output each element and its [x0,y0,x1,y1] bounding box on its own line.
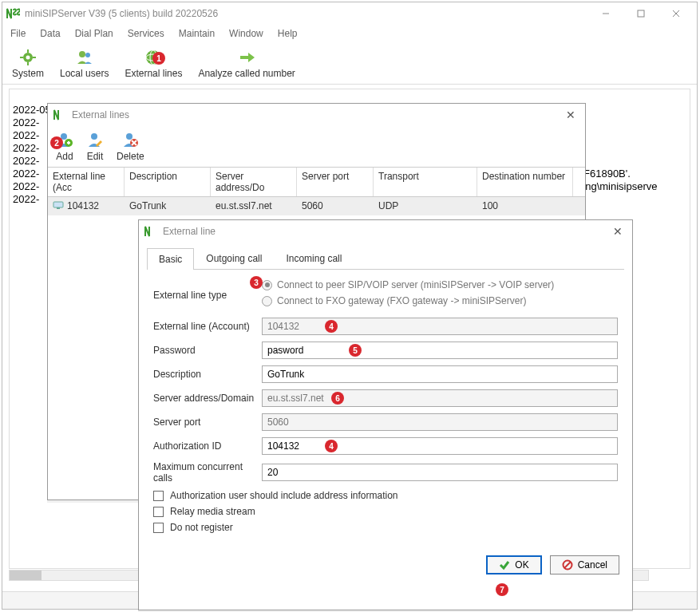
svg-point-5 [26,56,30,60]
password-field[interactable] [262,342,618,359]
row-description: GoTrunk [125,197,211,215]
col-transport[interactable]: Transport [374,168,477,196]
toolbar-system-label: System [12,68,44,79]
cb-noreg-label: Do not register [170,522,233,533]
svg-point-11 [85,53,90,57]
svg-point-17 [91,133,97,140]
menu-dial-plan[interactable]: Dial Plan [75,28,113,39]
svg-rect-8 [20,57,23,58]
row-server: eu.st.ssl7.net [211,197,297,215]
label-authid: Authorization ID [153,440,262,452]
line-icon [53,200,64,212]
menu-window[interactable]: Window [229,28,263,39]
toolbar-analyze[interactable]: Analyze called number [193,44,299,82]
edit-button[interactable]: Edit [83,129,107,164]
delete-label: Delete [117,151,144,162]
tab-outgoing[interactable]: Outgoing call [194,247,274,269]
radio-fxo-label: Connect to FXO gateway (FXO gateway -> m… [277,295,526,306]
console-line: 2022- [13,116,39,128]
row-dest: 100 [477,197,573,215]
table-row[interactable]: 104132 GoTrunk eu.st.ssl7.net 5060 UDP 1… [48,197,585,215]
console-line: 2022- [13,129,39,141]
cb-auth-addr-label: Authorization user should include addres… [170,490,398,501]
menu-file[interactable]: File [10,28,26,39]
cancel-button[interactable]: Cancel [550,555,619,574]
tab-basic[interactable]: Basic [147,248,194,270]
svg-rect-1 [638,10,644,17]
app-logo-icon [6,7,20,20]
label-port: Server port [153,417,262,428]
maxcc-field[interactable] [262,464,618,481]
no-icon [562,559,573,571]
row-account: 104132 [67,200,99,212]
scrollbar-thumb[interactable] [10,571,42,580]
menu-maintain[interactable]: Maintain [179,28,215,39]
description-field[interactable] [262,365,618,383]
users-icon [74,47,95,68]
tabs: Basic Outgoing call Incoming call [147,247,624,270]
label-password: Password [153,345,262,356]
ok-label: OK [515,559,528,571]
toolbar-external-lines[interactable]: External lines [120,44,187,82]
checkbox-icon [153,507,164,517]
authid-field[interactable] [262,437,618,455]
col-dest[interactable]: Destination number [477,168,573,196]
external-line-titlebar: External line ✕ [139,220,632,243]
main-titlebar: miniSIPServer V39 (5 clients) build 2022… [2,2,697,25]
svg-rect-9 [33,57,36,58]
svg-rect-7 [27,62,29,65]
cb-noreg[interactable]: Do not register [153,522,618,533]
check-icon [499,559,510,571]
delete-user-icon [121,131,139,151]
dialog-buttons: OK Cancel [139,547,632,582]
close-icon[interactable]: ✕ [561,105,580,124]
edit-user-icon [86,131,104,151]
label-maxcc: Maximum concurrent calls [153,461,262,484]
external-lines-titlebar: External lines ✕ [48,104,585,126]
account-field[interactable] [262,318,618,335]
minimize-button[interactable] [588,2,623,25]
close-button[interactable] [658,2,694,25]
add-label: Add [56,151,73,162]
toolbar-local-users[interactable]: Local users [55,44,113,82]
cb-relay-label: Relay media stream [170,506,255,517]
server-field[interactable] [262,389,618,407]
toolbar-analyze-label: Analyze called number [198,68,295,79]
console-line: 2022- [13,168,39,180]
app-logo-icon [144,226,158,237]
toolbar-system[interactable]: System [7,44,49,82]
port-field[interactable] [262,413,618,431]
tab-incoming[interactable]: Incoming call [274,247,354,269]
col-account[interactable]: External line (Acc [48,168,125,196]
menu-help[interactable]: Help [278,28,298,39]
radio-fxo[interactable]: Connect to FXO gateway (FXO gateway -> m… [262,295,618,306]
menu-services[interactable]: Services [128,28,164,39]
cancel-label: Cancel [578,559,607,571]
col-port[interactable]: Server port [297,168,374,196]
svg-rect-21 [57,207,60,209]
external-lines-title: External lines [72,109,561,120]
col-server[interactable]: Server address/Do [211,168,297,196]
annotation-badge: 7 [496,583,508,596]
delete-button[interactable]: Delete [113,129,148,164]
grid-header: External line (Acc Description Server ad… [48,168,585,197]
radio-voip[interactable]: Connect to peer SIP/VOIP server (miniSIP… [262,279,618,290]
external-lines-toolbar: Add Edit Delete [48,126,585,167]
maximize-button[interactable] [623,2,658,25]
ok-button[interactable]: OK [486,555,541,574]
checkbox-icon [153,523,164,533]
console-line: 2022- [13,142,39,154]
menu-data[interactable]: Data [40,28,60,39]
row-transport: UDP [374,197,477,215]
label-description: Description [153,369,262,380]
svg-rect-20 [53,202,63,207]
close-icon[interactable]: ✕ [608,222,627,241]
main-title: miniSIPServer V39 (5 clients) build 2022… [25,8,588,19]
menubar: File Data Dial Plan Services Maintain Wi… [2,25,697,42]
cb-relay[interactable]: Relay media stream [153,506,618,517]
col-description[interactable]: Description [125,168,211,196]
row-port: 5060 [297,197,374,215]
cb-auth-addr[interactable]: Authorization user should include addres… [153,490,618,501]
external-line-title: External line [163,226,608,237]
app-logo-icon [53,109,67,120]
